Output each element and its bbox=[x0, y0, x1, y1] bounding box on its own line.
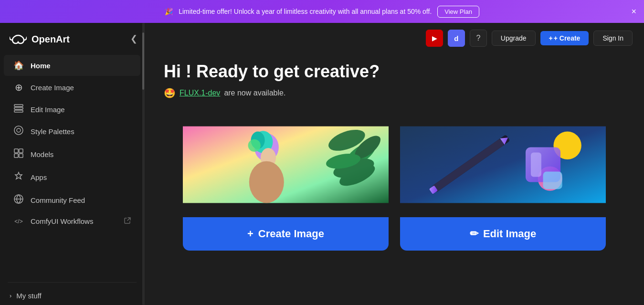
edit-image-card-footer[interactable]: ✏ Edit Image bbox=[400, 217, 606, 251]
youtube-icon: ▶ bbox=[432, 35, 437, 42]
sidebar-scrollbar-track bbox=[142, 23, 144, 305]
sidebar-item-create-image-label: Create Image bbox=[31, 84, 74, 92]
sidebar-item-create-image[interactable]: ⊕ Create Image bbox=[4, 76, 140, 98]
hero-subtitle: 🤩 FLUX.1-dev are now available. bbox=[164, 87, 625, 99]
signin-button[interactable]: Sign In bbox=[593, 31, 633, 46]
edit-pencil-icon: ✏ bbox=[470, 228, 478, 240]
banner-text: Limited-time offer! Unlock a year of lim… bbox=[179, 8, 432, 15]
home-icon: 🏠 bbox=[13, 60, 24, 71]
create-button[interactable]: + + Create bbox=[540, 31, 589, 45]
app-layout: OpenArt ❮ 🏠 Home ⊕ Create Image Edit Ima… bbox=[0, 23, 644, 305]
hero-section: Hi ! Ready to get creative? 🤩 FLUX.1-dev… bbox=[145, 53, 644, 262]
hero-title: Hi ! Ready to get creative? bbox=[164, 61, 625, 82]
external-link-icon bbox=[124, 217, 131, 225]
sidebar-item-edit-image[interactable]: Edit Image bbox=[4, 99, 140, 120]
main-content: ▶ d ? Upgrade + + Create Sign In Hi ! Re… bbox=[145, 23, 644, 305]
sidebar-logo: OpenArt bbox=[0, 29, 144, 54]
community-feed-icon bbox=[13, 194, 24, 206]
chevron-right-icon: › bbox=[10, 292, 11, 299]
svg-rect-1 bbox=[14, 107, 23, 109]
sidebar-item-models[interactable]: Models bbox=[4, 143, 140, 166]
sidebar-collapse-button[interactable]: ❮ bbox=[130, 33, 137, 44]
sidebar-item-comfyui-label: ComfyUI Workflows bbox=[31, 217, 93, 225]
help-icon: ? bbox=[476, 34, 480, 42]
apps-icon bbox=[13, 171, 24, 183]
banner-close-button[interactable]: × bbox=[631, 7, 636, 16]
sidebar-item-home-label: Home bbox=[31, 62, 51, 70]
create-image-card-footer[interactable]: + Create Image bbox=[183, 217, 389, 251]
discord-icon: d bbox=[454, 34, 458, 42]
sidebar-nav: 🏠 Home ⊕ Create Image Edit Image Style P… bbox=[0, 54, 144, 278]
my-stuff-item[interactable]: › My stuff bbox=[0, 286, 144, 305]
edit-image-card[interactable]: ✏ Edit Image bbox=[400, 112, 606, 251]
edit-image-icon bbox=[13, 104, 24, 115]
flux-link[interactable]: FLUX.1-dev bbox=[179, 89, 220, 97]
svg-point-16 bbox=[249, 161, 284, 203]
sidebar-item-style-palettes[interactable]: Style Palettes bbox=[4, 120, 140, 143]
svg-point-3 bbox=[14, 126, 23, 135]
create-image-card-label: Create Image bbox=[258, 228, 324, 240]
svg-rect-2 bbox=[14, 110, 23, 112]
hero-subtitle-text: are now available. bbox=[224, 89, 285, 97]
promo-banner: 🎉 Limited-time offer! Unlock a year of l… bbox=[0, 0, 644, 23]
topbar: ▶ d ? Upgrade + + Create Sign In bbox=[145, 23, 644, 53]
sidebar-item-edit-image-label: Edit Image bbox=[31, 105, 65, 114]
logo-text: OpenArt bbox=[32, 34, 70, 45]
svg-rect-7 bbox=[14, 154, 18, 158]
sidebar-item-comfyui-workflows[interactable]: </> ComfyUI Workflows bbox=[4, 212, 140, 231]
sidebar-item-community-feed[interactable]: Community Feed bbox=[4, 189, 140, 211]
sidebar-scrollbar-thumb bbox=[142, 32, 144, 90]
create-plus-icon: + bbox=[549, 34, 553, 42]
comfyui-icon: </> bbox=[13, 218, 24, 225]
edit-card-illustration bbox=[400, 112, 606, 217]
svg-rect-5 bbox=[14, 149, 18, 153]
sidebar-divider bbox=[8, 282, 137, 283]
create-card-illustration bbox=[183, 112, 389, 217]
create-image-icon: ⊕ bbox=[13, 82, 24, 93]
edit-image-card-label: Edit Image bbox=[483, 228, 536, 240]
svg-rect-32 bbox=[531, 153, 541, 177]
help-button[interactable]: ? bbox=[470, 30, 487, 47]
discord-button[interactable]: d bbox=[448, 30, 465, 47]
sidebar-item-models-label: Models bbox=[31, 150, 53, 158]
svg-point-17 bbox=[248, 139, 261, 152]
hero-emoji: 🤩 bbox=[164, 87, 176, 99]
create-plus-icon: + bbox=[247, 228, 253, 240]
openart-logo-icon bbox=[10, 33, 27, 45]
upgrade-button[interactable]: Upgrade bbox=[492, 31, 536, 46]
youtube-button[interactable]: ▶ bbox=[426, 30, 443, 47]
create-label: + Create bbox=[554, 34, 581, 42]
style-palettes-icon bbox=[13, 126, 24, 137]
create-image-card[interactable]: + Create Image bbox=[183, 112, 389, 251]
cards-row: + Create Image bbox=[164, 112, 625, 251]
sidebar: OpenArt ❮ 🏠 Home ⊕ Create Image Edit Ima… bbox=[0, 23, 145, 305]
svg-rect-6 bbox=[19, 149, 23, 153]
sidebar-item-home[interactable]: 🏠 Home bbox=[4, 55, 140, 76]
sidebar-item-apps-label: Apps bbox=[31, 173, 47, 181]
my-stuff-label: My stuff bbox=[16, 292, 41, 300]
svg-rect-0 bbox=[14, 105, 23, 106]
banner-emoji: 🎉 bbox=[165, 8, 173, 15]
sidebar-item-style-palettes-label: Style Palettes bbox=[31, 127, 74, 136]
view-plan-button[interactable]: View Plan bbox=[437, 6, 479, 18]
edit-image-card-image bbox=[400, 112, 606, 217]
models-icon bbox=[13, 148, 24, 160]
sidebar-item-community-feed-label: Community Feed bbox=[31, 196, 85, 204]
svg-point-4 bbox=[17, 128, 21, 132]
svg-rect-8 bbox=[19, 154, 23, 158]
create-image-card-image bbox=[183, 112, 389, 217]
svg-rect-33 bbox=[543, 172, 562, 189]
sidebar-item-apps[interactable]: Apps bbox=[4, 166, 140, 189]
